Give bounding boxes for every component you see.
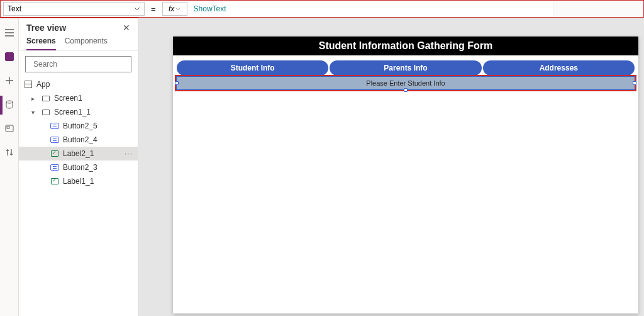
tree-item-Label2_1[interactable]: Label2_1··· [19, 147, 138, 161]
tree-item-label: Button2_4 [63, 135, 97, 144]
plus-icon[interactable] [4, 76, 14, 86]
label-control-icon [50, 149, 59, 158]
tree-item-label: Screen1_1 [54, 108, 91, 116]
tree-item-Button2_5[interactable]: Button2_5 [19, 119, 138, 133]
tree-item-label: App [36, 80, 50, 89]
tree-panel: Tree view ✕ Screens Components App ▸Scre… [19, 18, 138, 316]
canvas-area: Student Information Gathering Form Stude… [138, 18, 644, 316]
tree-item-Screen1_1[interactable]: ▾Screen1_1 [19, 105, 138, 119]
tree-item-Screen1[interactable]: ▸Screen1 [19, 91, 138, 105]
screen-icon [42, 94, 50, 103]
app-canvas[interactable]: Student Information Gathering Form Stude… [173, 37, 638, 313]
more-icon[interactable]: ··· [125, 149, 133, 158]
tools-icon[interactable] [4, 147, 14, 157]
tree-item-label: Label1_1 [63, 177, 94, 186]
info-message-label[interactable]: Please Enter Student Info [176, 76, 635, 90]
tree-body: App ▸Screen1▾Screen1_1Button2_5Button2_4… [19, 77, 138, 188]
resize-handle-right[interactable] [633, 81, 636, 85]
tree-item-Label1_1[interactable]: Label1_1 [19, 174, 138, 188]
close-icon[interactable]: ✕ [123, 23, 130, 33]
button-control-icon [50, 135, 59, 144]
property-name: Text [8, 4, 21, 13]
svg-rect-2 [7, 127, 9, 128]
tree-item-label: Button2_5 [63, 121, 97, 130]
resize-handle-bottom[interactable] [404, 88, 408, 92]
tree-item-Button2_4[interactable]: Button2_4 [19, 133, 138, 147]
fx-label: fx [169, 4, 174, 13]
tree-view-icon[interactable] [4, 52, 14, 62]
form-title: Student Information Gathering Form [173, 37, 638, 55]
hamburger-icon[interactable] [4, 28, 14, 38]
tree-item-Button2_3[interactable]: Button2_3 [19, 161, 138, 174]
search-input[interactable] [33, 60, 128, 69]
button-control-icon [50, 121, 59, 130]
chevron-down-icon [175, 6, 180, 11]
form-tab-row: Student Info Parents Info Addresses [173, 55, 638, 76]
tree-item-label: Button2_3 [63, 163, 97, 172]
tab-student-info[interactable]: Student Info [177, 60, 328, 76]
label-control-icon [50, 177, 59, 186]
formula-bar: Text = fx [0, 0, 644, 18]
button-control-icon [50, 163, 59, 172]
tree-app-node[interactable]: App [19, 77, 138, 91]
screen-icon [42, 108, 50, 116]
tree-search[interactable] [25, 56, 131, 72]
formula-bar-tail [553, 2, 641, 16]
chevron-down-icon [134, 6, 140, 12]
property-dropdown[interactable]: Text [3, 2, 145, 16]
resize-handle-left[interactable] [175, 81, 179, 85]
tab-addresses[interactable]: Addresses [483, 60, 635, 76]
formula-input[interactable] [187, 2, 553, 16]
tree-item-label: Screen1 [54, 94, 82, 103]
info-message-text: Please Enter Student Info [366, 79, 445, 87]
equals-sign: = [145, 4, 162, 14]
left-rail [0, 18, 19, 316]
selected-element-frame[interactable]: Please Enter Student Info [175, 76, 636, 91]
chevron-down-icon[interactable]: ▾ [31, 109, 38, 116]
fx-button[interactable]: fx [162, 2, 187, 16]
svg-point-0 [6, 101, 13, 103]
tree-item-label: Label2_1 [63, 149, 94, 158]
chevron-right-icon[interactable]: ▸ [31, 95, 38, 102]
media-icon[interactable] [4, 123, 14, 133]
tab-parents-info[interactable]: Parents Info [330, 60, 481, 76]
tab-screens[interactable]: Screens [26, 37, 56, 50]
tab-components[interactable]: Components [65, 37, 108, 50]
tree-title: Tree view [26, 23, 66, 33]
data-icon[interactable] [4, 99, 14, 110]
